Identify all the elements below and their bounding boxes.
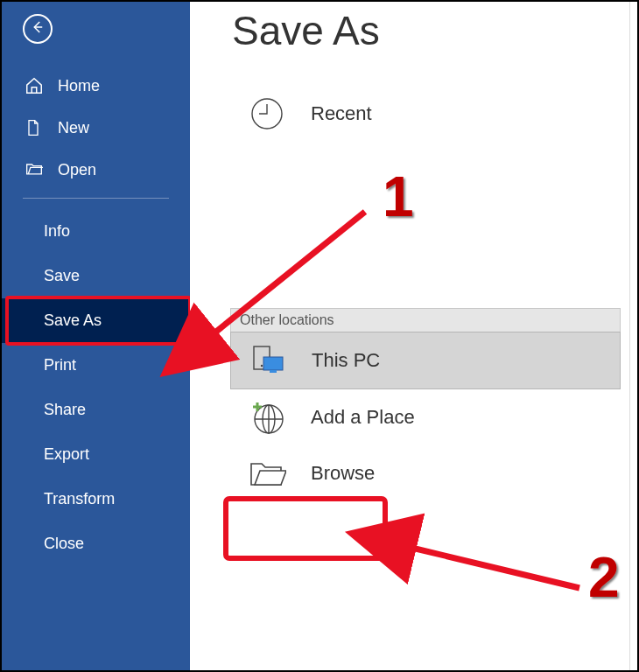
new-doc-icon [25,118,44,137]
nav-new[interactable]: New [2,107,190,149]
location-recent[interactable]: Recent [230,86,621,142]
page-title: Save As [195,2,629,86]
nav-info[interactable]: Info [2,209,190,254]
location-add-place[interactable]: Add a Place [230,389,621,445]
nav-save-as[interactable]: Save As [2,298,190,343]
svg-point-2 [261,365,263,367]
add-place-icon [248,398,286,437]
location-this-pc[interactable]: This PC [230,332,621,389]
backstage-sidebar: Home New Open Info Save Save As Print Sh… [2,2,190,670]
nav-save[interactable]: Save [2,254,190,298]
home-icon [25,76,44,95]
open-folder-icon [25,160,44,179]
browse-folder-icon [248,454,286,493]
main-pane: Save As Recent Other locations This PC [190,2,637,670]
nav-share[interactable]: Share [2,388,190,432]
svg-rect-4 [270,370,277,373]
loc-label: Recent [311,102,372,125]
nav-label: Home [58,77,100,95]
sidebar-divider [23,198,169,199]
nav-close[interactable]: Close [2,522,190,566]
loc-label: Add a Place [311,406,415,429]
nav-transform[interactable]: Transform [2,477,190,522]
nav-home[interactable]: Home [2,65,190,107]
nav-print[interactable]: Print [2,343,190,388]
location-browse[interactable]: Browse [230,445,621,501]
clock-icon [248,94,286,133]
loc-label: Browse [311,462,375,485]
nav-open[interactable]: Open [2,149,190,191]
nav-label: New [58,119,89,137]
this-pc-icon [249,341,287,380]
nav-export[interactable]: Export [2,432,190,477]
back-button[interactable] [23,14,53,44]
other-locations-header: Other locations [230,308,621,332]
loc-label: This PC [312,349,380,372]
back-arrow-icon [30,19,46,38]
nav-label: Open [58,161,96,179]
svg-rect-3 [263,357,283,370]
